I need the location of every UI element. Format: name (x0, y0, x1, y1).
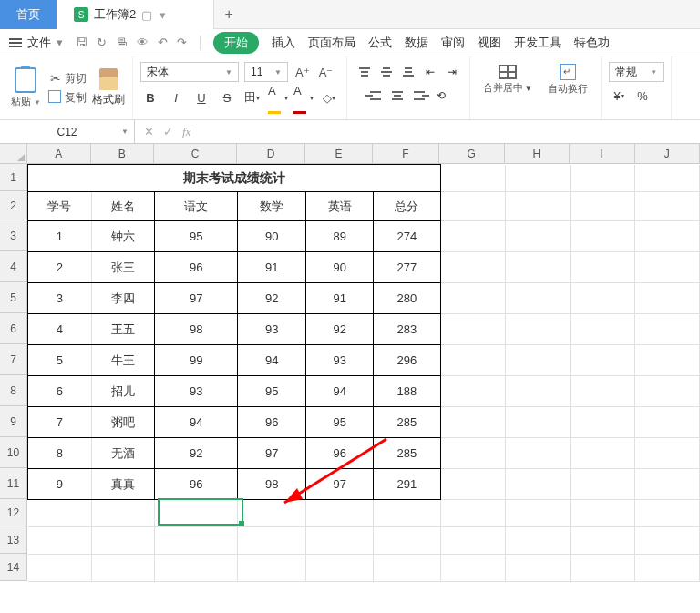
align-top-button[interactable] (355, 62, 375, 82)
row-header-5[interactable]: 5 (0, 282, 27, 313)
confirm-icon[interactable]: ✓ (163, 125, 173, 138)
font-color-button[interactable]: A▾ (293, 87, 314, 107)
cell-C4[interactable]: 96 (155, 252, 238, 283)
cancel-icon[interactable]: ✕ (144, 125, 154, 138)
cell-D5[interactable]: 92 (238, 283, 306, 314)
menu-view[interactable]: 视图 (478, 35, 501, 51)
cell-B12[interactable] (91, 500, 155, 527)
cell-E5[interactable]: 91 (306, 283, 374, 314)
cell-E2[interactable]: 英语 (306, 192, 374, 221)
cell-G1[interactable] (440, 165, 505, 192)
cell-G7[interactable] (440, 345, 505, 376)
cell-J12[interactable] (634, 500, 699, 527)
cell-A10[interactable]: 8 (28, 438, 92, 469)
cell-B11[interactable]: 真真 (91, 469, 155, 500)
cell-C7[interactable]: 99 (155, 345, 238, 376)
cell-J5[interactable] (634, 283, 699, 314)
cell-E12[interactable] (306, 500, 374, 527)
cell-G10[interactable] (440, 438, 505, 469)
row-header-14[interactable]: 14 (0, 554, 27, 581)
align-center-button[interactable] (387, 86, 407, 106)
menu-review[interactable]: 审阅 (441, 35, 465, 51)
cell-G6[interactable] (440, 314, 505, 345)
cell-D13[interactable] (238, 527, 306, 555)
col-header-A[interactable]: A (27, 144, 91, 164)
cell-D11[interactable]: 98 (238, 469, 306, 500)
cell-C13[interactable] (155, 527, 238, 555)
cell-H7[interactable] (505, 345, 570, 376)
cell-B14[interactable] (91, 555, 155, 582)
cell-J13[interactable] (634, 527, 699, 555)
cell-C6[interactable]: 98 (155, 314, 238, 345)
cell-H5[interactable] (505, 283, 570, 314)
cell-A6[interactable]: 4 (28, 314, 92, 345)
cell-I7[interactable] (570, 345, 634, 376)
cell-A3[interactable]: 1 (28, 221, 92, 252)
cell-G11[interactable] (440, 469, 505, 500)
cell-D4[interactable]: 91 (238, 252, 306, 283)
percent-button[interactable]: % (633, 86, 653, 106)
merge-button[interactable]: 合并居中 ▾ (478, 63, 537, 97)
cell-H10[interactable] (505, 438, 570, 469)
cell-I9[interactable] (570, 407, 634, 438)
row-header-12[interactable]: 12 (0, 499, 27, 526)
cell-C8[interactable]: 93 (155, 376, 238, 407)
row-header-13[interactable]: 13 (0, 526, 27, 554)
cell-J1[interactable] (634, 165, 699, 192)
cell-C14[interactable] (155, 555, 238, 582)
cell-F13[interactable] (374, 527, 441, 555)
cell-E13[interactable] (306, 527, 374, 555)
redo-icon[interactable]: ↷ (177, 36, 187, 49)
cell-G9[interactable] (440, 407, 505, 438)
cell-A14[interactable] (28, 555, 92, 582)
cell-J3[interactable] (634, 221, 699, 252)
cell-I8[interactable] (570, 376, 634, 407)
cell-J10[interactable] (634, 438, 699, 469)
cell-I4[interactable] (570, 252, 634, 283)
paste-button[interactable]: 粘贴 ▼ (7, 66, 45, 110)
cell-E14[interactable] (306, 555, 374, 582)
cell-D12[interactable] (238, 500, 306, 527)
italic-button[interactable]: I (166, 87, 186, 107)
cell-J2[interactable] (634, 192, 699, 221)
border-button[interactable]: 田▾ (242, 87, 262, 107)
cell-A8[interactable]: 6 (28, 376, 92, 407)
cell-F3[interactable]: 274 (374, 221, 441, 252)
cell-H4[interactable] (505, 252, 570, 283)
cell-J9[interactable] (634, 407, 699, 438)
cell-F14[interactable] (374, 555, 441, 582)
cell-A5[interactable]: 3 (28, 283, 92, 314)
cell-B4[interactable]: 张三 (91, 252, 155, 283)
cell-G2[interactable] (440, 192, 505, 221)
tab-add-button[interactable]: + (214, 0, 243, 28)
display-icon[interactable]: ▢ (141, 8, 152, 22)
cell-G4[interactable] (440, 252, 505, 283)
cell-D14[interactable] (238, 555, 306, 582)
indent-decrease-button[interactable]: ⇤ (420, 62, 440, 82)
cell-G12[interactable] (440, 500, 505, 527)
row-header-8[interactable]: 8 (0, 375, 27, 406)
cell-C5[interactable]: 97 (155, 283, 238, 314)
sync-icon[interactable]: ↻ (97, 36, 107, 49)
cell-G5[interactable] (440, 283, 505, 314)
cell-D2[interactable]: 数学 (238, 192, 306, 221)
cell-I1[interactable] (570, 165, 634, 192)
bold-button[interactable]: B (140, 87, 160, 107)
cell-F4[interactable]: 277 (374, 252, 441, 283)
cell-G14[interactable] (440, 555, 505, 582)
font-family-select[interactable]: 宋体▼ (140, 62, 239, 82)
cell-J8[interactable] (634, 376, 699, 407)
cell-B13[interactable] (91, 527, 155, 555)
cell-D9[interactable]: 96 (238, 407, 306, 438)
cell-B8[interactable]: 招儿 (91, 376, 155, 407)
row-header-10[interactable]: 10 (0, 437, 27, 468)
row-header-6[interactable]: 6 (0, 313, 27, 344)
align-bottom-button[interactable] (398, 62, 418, 82)
menu-special[interactable]: 特色功 (574, 35, 610, 51)
cell-E10[interactable]: 96 (306, 438, 374, 469)
cell-C9[interactable]: 94 (155, 407, 238, 438)
align-right-button[interactable] (409, 86, 429, 106)
cell-B10[interactable]: 无酒 (91, 438, 155, 469)
copy-button[interactable]: 复制 (50, 90, 87, 106)
hamburger-icon[interactable] (9, 38, 22, 47)
